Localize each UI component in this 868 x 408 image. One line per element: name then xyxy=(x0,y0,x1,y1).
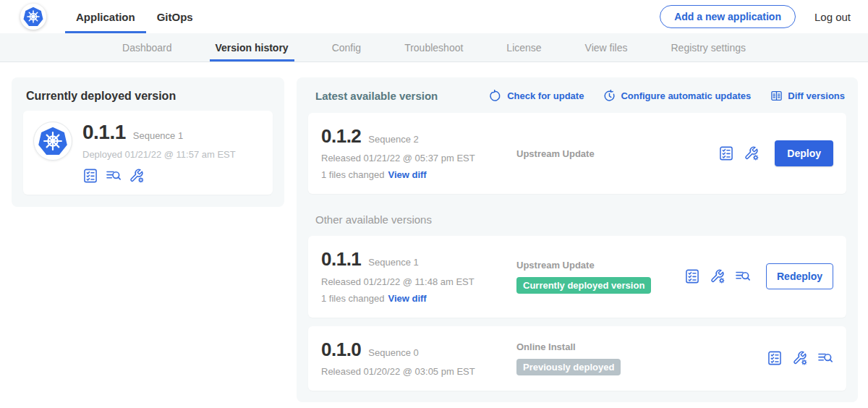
version-number: 0.1.1 xyxy=(321,250,361,269)
version-number: 0.1.0 xyxy=(321,340,361,360)
currently-deployed-panel: Currently deployed version 0.1.1 Sequenc… xyxy=(12,77,284,207)
files-changed-label: 1 files changed xyxy=(321,293,384,304)
version-card-0-1-1: 0.1.1 Sequence 1 Released 01/21/22 @ 11:… xyxy=(308,236,846,317)
subnav-tab-version-history[interactable]: Version history xyxy=(214,33,290,61)
version-card-0-1-0: 0.1.0 Sequence 0 Released 01/20/22 @ 03:… xyxy=(308,326,846,391)
version-source-label: Upstream Update xyxy=(516,260,684,271)
currently-deployed-badge: Currently deployed version xyxy=(516,277,651,294)
deployed-version-info: 0.1.1 Sequence 1 Deployed 01/21/22 @ 11:… xyxy=(82,122,236,184)
checklist-icon[interactable] xyxy=(718,145,734,161)
sequence-label: Sequence 0 xyxy=(368,347,418,358)
deployed-timestamp: Deployed 01/21/22 @ 11:57 am EST xyxy=(82,149,236,160)
version-source-label: Online Install xyxy=(516,341,767,352)
checklist-icon[interactable] xyxy=(684,268,700,284)
tab-application[interactable]: Application xyxy=(65,0,146,33)
version-card-0-1-2: 0.1.2 Sequence 2 Released 01/21/22 @ 05:… xyxy=(308,113,846,194)
subnav-tab-troubleshoot[interactable]: Troubleshoot xyxy=(403,33,464,61)
main-content: Currently deployed version 0.1.1 Sequenc… xyxy=(0,62,868,402)
subnav-tab-registry-settings[interactable]: Registry settings xyxy=(670,33,747,61)
deploy-button[interactable]: Deploy xyxy=(775,140,833,166)
subnav-tab-license[interactable]: License xyxy=(505,33,542,61)
tab-gitops[interactable]: GitOps xyxy=(146,0,204,33)
lines-magnifier-icon[interactable] xyxy=(735,268,751,284)
kubernetes-logo-icon xyxy=(20,4,46,30)
redeploy-button[interactable]: Redeploy xyxy=(766,263,833,289)
configure-automatic-updates-link[interactable]: Configure automatic updates xyxy=(603,90,751,102)
view-diff-link[interactable]: View diff xyxy=(388,169,426,180)
app-subnav: Dashboard Version history Config Trouble… xyxy=(0,33,868,62)
clock-refresh-icon xyxy=(603,90,616,102)
wrench-gear-icon[interactable] xyxy=(710,268,726,284)
check-for-update-link[interactable]: Check for update xyxy=(490,90,584,102)
app-logo-icon xyxy=(33,122,72,161)
sequence-label: Sequence 1 xyxy=(368,257,418,268)
deployed-version-number: 0.1.1 xyxy=(82,122,126,143)
wrench-gear-icon[interactable] xyxy=(129,168,145,184)
latest-version-title: Latest available version xyxy=(315,90,438,102)
deployed-sequence-label: Sequence 1 xyxy=(133,130,183,141)
checklist-icon[interactable] xyxy=(767,350,783,366)
diff-versions-link[interactable]: Diff versions xyxy=(770,90,845,102)
check-for-update-label: Check for update xyxy=(507,90,584,101)
subnav-tab-config[interactable]: Config xyxy=(331,33,362,61)
deployed-version-card: 0.1.1 Sequence 1 Deployed 01/21/22 @ 11:… xyxy=(23,111,273,195)
logout-button[interactable]: Log out xyxy=(814,11,851,23)
other-versions-title: Other available versions xyxy=(315,213,845,226)
app-nav-tabs: Application GitOps xyxy=(65,0,204,33)
header-spacer xyxy=(204,0,660,33)
version-number: 0.1.2 xyxy=(321,127,361,146)
available-versions-panel: Latest available version Check for updat… xyxy=(297,77,858,402)
configure-automatic-updates-label: Configure automatic updates xyxy=(621,90,751,101)
top-header: Application GitOps Add a new application… xyxy=(0,0,868,33)
wrench-gear-icon[interactable] xyxy=(792,350,808,366)
lines-magnifier-icon[interactable] xyxy=(817,350,833,366)
checklist-icon[interactable] xyxy=(82,168,98,184)
version-source-label: Upstream Update xyxy=(516,148,718,159)
released-timestamp: Released 01/20/22 @ 03:05 pm EST xyxy=(321,366,503,377)
lines-magnifier-icon[interactable] xyxy=(106,168,122,184)
subnav-tab-dashboard[interactable]: Dashboard xyxy=(121,33,174,61)
released-timestamp: Released 01/21/22 @ 11:48 am EST xyxy=(321,276,503,287)
add-application-button[interactable]: Add a new application xyxy=(660,5,796,28)
files-changed-label: 1 files changed xyxy=(321,169,384,180)
refresh-icon xyxy=(490,90,502,102)
previously-deployed-badge: Previously deployed xyxy=(516,359,621,375)
deployed-panel-title: Currently deployed version xyxy=(26,90,273,103)
released-timestamp: Released 01/21/22 @ 05:37 pm EST xyxy=(321,153,503,163)
wrench-gear-icon[interactable] xyxy=(744,145,760,161)
diff-versions-label: Diff versions xyxy=(788,90,845,101)
view-diff-link[interactable]: View diff xyxy=(388,293,426,304)
diff-table-icon xyxy=(770,90,783,102)
subnav-tab-view-files[interactable]: View files xyxy=(584,33,629,61)
sequence-label: Sequence 2 xyxy=(368,134,418,145)
